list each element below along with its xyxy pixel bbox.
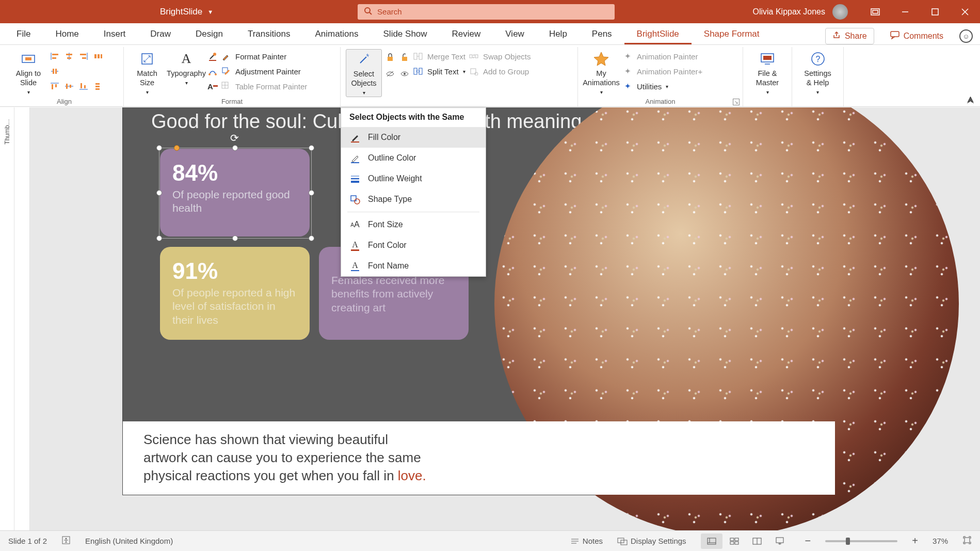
tab-review[interactable]: Review bbox=[440, 24, 493, 44]
format-painter-button[interactable]: Format Painter bbox=[221, 51, 307, 61]
dd-fill-color[interactable]: Fill Color bbox=[341, 127, 486, 148]
align-right-icon[interactable] bbox=[78, 51, 89, 61]
select-objects-button[interactable]: Select Objects▾ bbox=[346, 49, 382, 97]
tab-home[interactable]: Home bbox=[43, 24, 91, 44]
tab-slideshow[interactable]: Slide Show bbox=[371, 24, 440, 44]
svg-rect-10 bbox=[25, 57, 31, 60]
settings-help-button[interactable]: ? Settings & Help▾ bbox=[800, 49, 836, 96]
tab-shape-format[interactable]: Shape Format bbox=[692, 24, 772, 44]
my-animations-button[interactable]: My Animations▾ bbox=[583, 49, 619, 96]
notes-button[interactable]: Notes bbox=[570, 537, 603, 545]
resize-handle[interactable] bbox=[156, 235, 162, 241]
zoom-level[interactable]: 37% bbox=[933, 537, 948, 545]
comments-button[interactable]: Comments bbox=[883, 28, 950, 44]
show-icon[interactable] bbox=[399, 69, 410, 79]
resize-handle[interactable] bbox=[309, 145, 314, 151]
collapse-ribbon-icon[interactable]: ⮝ bbox=[967, 96, 975, 105]
resize-handle[interactable] bbox=[232, 145, 238, 151]
resize-handle[interactable] bbox=[156, 145, 162, 151]
app-title-dropdown-icon[interactable]: ▼ bbox=[207, 9, 213, 15]
tab-file[interactable]: File bbox=[4, 24, 43, 44]
fit-to-window-icon[interactable] bbox=[962, 536, 972, 546]
tab-transitions[interactable]: Transitions bbox=[235, 24, 303, 44]
thumbnails-rail[interactable]: Thumb… bbox=[0, 107, 14, 530]
user-avatar[interactable] bbox=[832, 4, 848, 20]
share-button[interactable]: Share bbox=[825, 28, 874, 44]
tab-brightslide[interactable]: BrightSlide bbox=[624, 24, 692, 44]
tab-insert[interactable]: Insert bbox=[91, 24, 138, 44]
user-name[interactable]: Olivia Kippax Jones bbox=[752, 7, 825, 17]
svg-rect-81 bbox=[730, 538, 734, 541]
unlock-icon[interactable] bbox=[399, 52, 410, 62]
match-size-button[interactable]: Match Size▾ bbox=[129, 49, 165, 96]
typography-button[interactable]: A Typography▾ bbox=[168, 49, 204, 87]
resize-handle[interactable] bbox=[232, 235, 238, 241]
dd-font-name[interactable]: AFont Name bbox=[341, 256, 486, 276]
align-bottom-icon[interactable] bbox=[78, 81, 89, 91]
dd-outline-color[interactable]: Outline Color bbox=[341, 148, 486, 168]
accessibility-icon[interactable] bbox=[61, 536, 71, 546]
split-text-button[interactable]: Split Text▾ bbox=[413, 66, 465, 76]
slide-sorter-view-icon[interactable] bbox=[724, 533, 745, 549]
normal-view-icon[interactable] bbox=[701, 533, 722, 549]
table-format-painter-button[interactable]: Table Format Painter bbox=[221, 81, 307, 91]
align-gap-icon[interactable] bbox=[50, 66, 60, 76]
font-color-a-icon[interactable]: A bbox=[207, 81, 218, 91]
resize-handle[interactable] bbox=[309, 235, 314, 241]
file-master-button[interactable]: File & Master▾ bbox=[749, 49, 785, 96]
ribbon-display-options-icon[interactable] bbox=[860, 0, 890, 23]
slide-footer[interactable]: Science has shown that viewing beautiful… bbox=[123, 421, 835, 495]
resize-handle[interactable] bbox=[309, 190, 314, 196]
adjustment-icon[interactable] bbox=[207, 66, 218, 76]
swap-objects-button[interactable]: Swap Objects bbox=[469, 51, 531, 61]
maximize-icon[interactable] bbox=[920, 0, 950, 23]
zoom-in-button[interactable]: + bbox=[912, 535, 918, 547]
animation-painter-plus-button[interactable]: ✦Animation Painter+ bbox=[622, 66, 702, 76]
lock-icon[interactable] bbox=[385, 52, 395, 62]
tab-pens[interactable]: Pens bbox=[580, 24, 624, 44]
dd-font-size[interactable]: AAFont Size bbox=[341, 214, 486, 235]
tab-view[interactable]: View bbox=[493, 24, 537, 44]
close-icon[interactable] bbox=[950, 0, 980, 23]
search-input[interactable]: Search bbox=[358, 4, 615, 20]
zoom-out-button[interactable]: − bbox=[805, 535, 811, 547]
rotate-handle-icon[interactable]: ⟳ bbox=[230, 132, 240, 142]
align-center-icon[interactable] bbox=[64, 51, 74, 61]
tab-draw[interactable]: Draw bbox=[138, 24, 183, 44]
zoom-slider-knob[interactable] bbox=[846, 538, 850, 545]
resize-handle[interactable] bbox=[156, 190, 162, 196]
distribute-v-icon[interactable] bbox=[93, 81, 103, 91]
slide-canvas[interactable]: Good for the soul: Cultural activities w… bbox=[30, 107, 980, 530]
svg-rect-13 bbox=[52, 57, 56, 59]
tab-design[interactable]: Design bbox=[183, 24, 235, 44]
language-indicator[interactable]: English (United Kingdom) bbox=[85, 537, 173, 545]
stat-card-2[interactable]: 91% Of people reported a high level of s… bbox=[160, 247, 310, 340]
animation-painter-button[interactable]: ✦Animation Painter bbox=[622, 51, 702, 61]
zoom-slider[interactable] bbox=[825, 540, 897, 542]
merge-text-button[interactable]: Merge Text bbox=[413, 51, 465, 61]
slide-counter[interactable]: Slide 1 of 2 bbox=[8, 537, 47, 545]
dd-font-color[interactable]: AFont Color bbox=[341, 235, 486, 256]
slideshow-view-icon[interactable] bbox=[769, 533, 791, 549]
align-left-icon[interactable] bbox=[50, 51, 60, 61]
align-to-slide-button[interactable]: Align to Slide ▾ bbox=[10, 49, 46, 96]
app-title[interactable]: BrightSlide bbox=[160, 7, 202, 17]
adjustment-painter-button[interactable]: Adjustment Painter bbox=[221, 66, 307, 76]
fill-dropper-icon[interactable] bbox=[207, 51, 218, 61]
hide-icon[interactable] bbox=[385, 69, 395, 79]
dd-shape-type[interactable]: Shape Type bbox=[341, 189, 486, 210]
reading-view-icon[interactable] bbox=[746, 533, 768, 549]
align-middle-icon[interactable] bbox=[64, 81, 74, 91]
align-top-icon[interactable] bbox=[50, 81, 60, 91]
minimize-icon[interactable] bbox=[890, 0, 920, 23]
tab-animations[interactable]: Animations bbox=[302, 24, 371, 44]
utilities-button[interactable]: ✦Utilities▾ bbox=[622, 81, 702, 91]
group-dialog-launcher-icon[interactable]: ↘ bbox=[733, 99, 740, 105]
display-settings-button[interactable]: Display Settings bbox=[617, 537, 686, 545]
adjustment-handle[interactable] bbox=[174, 145, 180, 151]
distribute-h-icon[interactable] bbox=[93, 51, 103, 61]
feedback-icon[interactable]: ☺ bbox=[959, 29, 973, 43]
dd-outline-weight[interactable]: Outline Weight bbox=[341, 168, 486, 189]
add-to-group-button[interactable]: Add to Group bbox=[469, 66, 531, 76]
tab-help[interactable]: Help bbox=[537, 24, 580, 44]
